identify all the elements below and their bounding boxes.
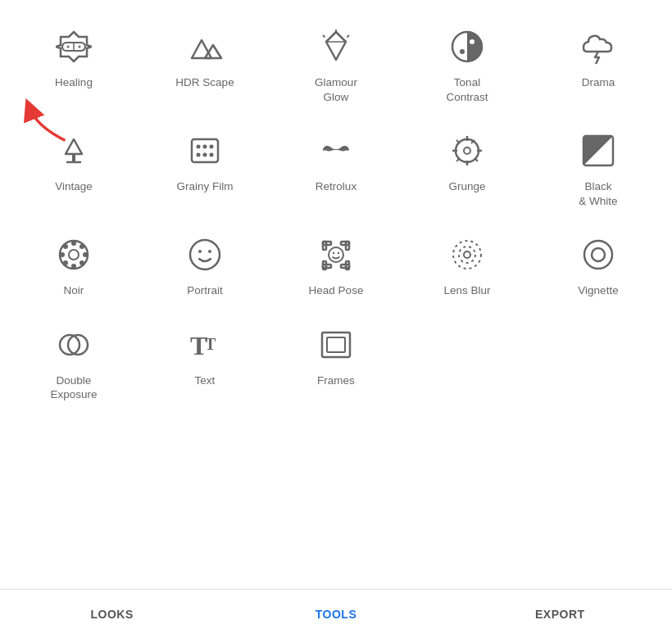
svg-point-20 — [210, 145, 214, 149]
svg-point-18 — [197, 145, 201, 149]
hdr-label: HDR Scape — [175, 75, 234, 90]
tool-healing[interactable]: Healing — [8, 16, 139, 112]
svg-line-33 — [474, 158, 478, 161]
svg-point-40 — [83, 252, 88, 257]
svg-line-9 — [323, 35, 325, 38]
vintage-label: Vintage — [55, 179, 93, 194]
text-icon: T T — [183, 323, 227, 367]
svg-point-56 — [329, 247, 343, 262]
svg-point-42 — [79, 260, 84, 265]
tool-grunge[interactable]: Grunge — [402, 120, 533, 216]
tool-hdr-scape[interactable]: HDR Scape — [139, 16, 270, 112]
drama-label: Drama — [582, 75, 615, 90]
svg-point-2 — [67, 46, 70, 48]
portrait-icon — [183, 233, 227, 277]
svg-point-12 — [470, 39, 474, 44]
text-label: Text — [195, 373, 216, 388]
svg-text:T: T — [205, 335, 216, 353]
svg-point-38 — [71, 264, 76, 269]
vignette-icon — [576, 233, 620, 277]
healing-label: Healing — [55, 75, 93, 90]
tonal-icon — [445, 25, 489, 69]
tool-tonal-contrast[interactable]: Tonal Contrast — [402, 16, 533, 112]
tool-lens-blur[interactable]: Lens Blur — [402, 224, 533, 306]
svg-point-47 — [208, 250, 211, 253]
tools-label: TOOLS — [316, 608, 356, 621]
glamour-icon — [314, 25, 358, 69]
double-label: Double Exposure — [50, 373, 97, 402]
vintage-icon — [52, 129, 96, 173]
bottom-nav: LOOKS TOOLS EXPORT — [0, 589, 672, 638]
retrolux-icon — [314, 129, 358, 173]
looks-label: LOOKS — [91, 608, 134, 621]
tool-portrait[interactable]: Portrait — [139, 224, 270, 306]
grainy-label: Grainy Film — [176, 179, 233, 194]
svg-marker-4 — [192, 40, 211, 58]
svg-point-23 — [210, 153, 214, 157]
nav-looks[interactable]: LOOKS — [0, 608, 224, 621]
nav-export[interactable]: EXPORT — [448, 608, 672, 621]
headpose-icon — [314, 233, 358, 277]
svg-marker-14 — [66, 139, 82, 154]
tool-text[interactable]: T T Text — [139, 314, 270, 410]
svg-point-44 — [79, 244, 84, 249]
nav-tools[interactable]: TOOLS — [224, 608, 447, 621]
headpose-label: Head Pose — [309, 283, 364, 298]
tool-vignette[interactable]: Vignette — [533, 224, 664, 306]
tool-black-white[interactable]: Black & White — [533, 120, 664, 216]
svg-point-61 — [464, 251, 470, 258]
svg-point-45 — [190, 240, 220, 269]
svg-point-37 — [71, 241, 76, 246]
hdr-icon — [183, 25, 227, 69]
tool-noir[interactable]: Noir — [8, 224, 139, 306]
svg-point-46 — [198, 250, 202, 253]
svg-point-19 — [203, 145, 207, 149]
export-label: EXPORT — [535, 608, 585, 621]
portrait-label: Portrait — [187, 283, 223, 298]
svg-point-58 — [338, 252, 339, 254]
frames-icon — [314, 323, 358, 367]
tool-glamour-glow[interactable]: Glamour Glow — [270, 16, 402, 112]
vignette-label: Vignette — [578, 283, 618, 298]
svg-point-59 — [453, 241, 481, 269]
svg-rect-15 — [72, 154, 75, 162]
noir-label: Noir — [64, 283, 84, 298]
tool-retrolux[interactable]: Retrolux — [270, 120, 402, 216]
tool-head-pose[interactable]: Head Pose — [270, 224, 402, 306]
tool-drama[interactable]: Drama — [533, 16, 664, 112]
tonal-label: Tonal Contrast — [446, 75, 488, 104]
svg-line-30 — [456, 140, 460, 143]
tool-frames[interactable]: Frames — [270, 314, 402, 410]
svg-point-22 — [203, 153, 207, 157]
grainy-icon — [183, 129, 227, 173]
svg-marker-6 — [326, 32, 346, 60]
svg-rect-69 — [327, 337, 345, 352]
retrolux-label: Retrolux — [316, 179, 356, 194]
svg-point-25 — [464, 147, 470, 154]
grunge-label: Grunge — [448, 179, 485, 194]
svg-point-57 — [333, 252, 334, 254]
tool-double-exposure[interactable]: Double Exposure — [8, 314, 139, 410]
grunge-icon — [445, 129, 489, 173]
svg-point-60 — [459, 247, 475, 263]
tools-grid: Healing HDR Scape Glamour Glow — [0, 0, 672, 419]
svg-point-39 — [60, 252, 65, 257]
drama-icon — [576, 25, 620, 69]
glamour-label: Glamour Glow — [315, 75, 357, 104]
svg-line-8 — [347, 35, 350, 38]
svg-rect-17 — [192, 139, 218, 162]
healing-icon — [52, 25, 96, 69]
tool-vintage[interactable]: Vintage — [8, 120, 139, 216]
svg-point-41 — [63, 244, 68, 249]
svg-point-36 — [69, 250, 79, 260]
svg-point-63 — [592, 248, 605, 261]
bw-label: Black & White — [579, 179, 617, 208]
svg-line-32 — [456, 158, 460, 161]
lensblur-label: Lens Blur — [443, 283, 490, 298]
frames-label: Frames — [317, 373, 355, 388]
lensblur-icon — [445, 233, 489, 277]
svg-point-3 — [79, 46, 81, 48]
bw-icon — [576, 129, 620, 173]
svg-point-13 — [460, 49, 465, 54]
tool-grainy-film[interactable]: Grainy Film — [139, 120, 270, 216]
